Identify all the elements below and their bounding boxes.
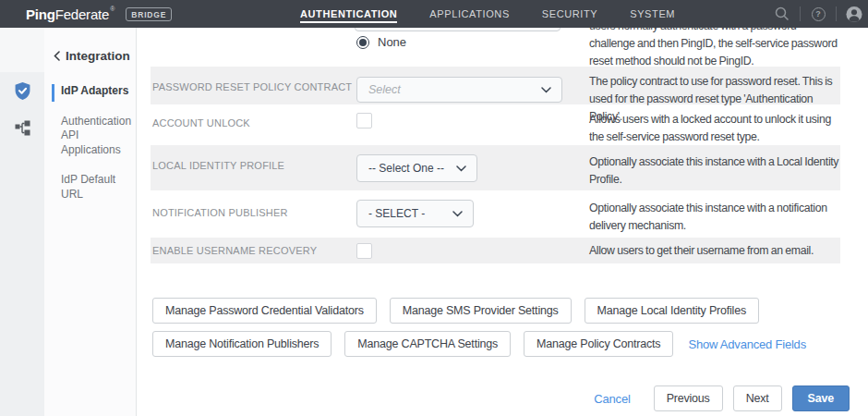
select-value: - SELECT - (368, 207, 425, 220)
next-button[interactable]: Next (733, 385, 782, 411)
sidebar-item-idp-adapters[interactable]: IdP Adapters (44, 84, 136, 99)
form-row-enable-username-recovery: ENABLE USERNAME RECOVERY Allow users to … (151, 238, 840, 263)
primary-nav: AUTHENTICATION APPLICATIONS SECURITY SYS… (300, 0, 675, 28)
sidebar-item-label: IdP Default URL (61, 173, 115, 201)
sidebar-item-label: IdP Adapters (61, 84, 128, 97)
pingfederate-app: PingFederate® BRIDGE AUTHENTICATION APPL… (0, 0, 868, 416)
main-content: None users normally authenticate with a … (137, 28, 868, 416)
manage-local-identity-profiles-button[interactable]: Manage Local Identity Profiles (585, 298, 759, 324)
brand-logo[interactable]: PingFederate® BRIDGE (26, 0, 172, 28)
select-value: Select (368, 83, 401, 96)
field-label: NOTIFICATION PUBLISHER (151, 190, 355, 238)
form-row-password-reset-policy-contract: PASSWORD RESET POLICY CONTRACT Select Th… (151, 67, 840, 104)
sitemap-icon[interactable] (0, 109, 44, 146)
manage-policy-contracts-button[interactable]: Manage Policy Contracts (524, 331, 673, 357)
manage-password-credential-validators-button[interactable]: Manage Password Credential Validators (152, 298, 377, 324)
manage-sms-provider-settings-button[interactable]: Manage SMS Provider Settings (390, 298, 572, 324)
field-label: LOCAL IDENTITY PROFILE (151, 145, 355, 190)
chevron-down-icon (541, 87, 551, 93)
nav-security[interactable]: SECURITY (542, 8, 597, 19)
nav-authentication[interactable]: AUTHENTICATION (300, 8, 397, 19)
field-label: ACCOUNT UNLOCK (151, 104, 355, 145)
search-icon[interactable] (774, 6, 790, 22)
enable-username-recovery-checkbox[interactable] (356, 243, 372, 259)
previous-button[interactable]: Previous (654, 385, 723, 411)
help-icon[interactable]: ? (810, 6, 826, 22)
rail-top-tile (0, 28, 44, 72)
select-value: -- Select One -- (368, 162, 444, 175)
show-advanced-fields-link[interactable]: Show Advanced Fields (688, 337, 806, 351)
chevron-down-icon (452, 211, 463, 217)
cancel-link[interactable]: Cancel (594, 392, 630, 406)
field-description: Allows users with a locked account to un… (589, 104, 840, 145)
chevron-left-icon (54, 51, 60, 61)
registered-mark: ® (110, 6, 115, 12)
menu-section-title: Integration (66, 49, 130, 63)
radio-option-none[interactable]: None (356, 28, 589, 49)
active-indicator-bar (52, 84, 54, 102)
field-description: Optionally associate this instance with … (589, 190, 840, 238)
nav-authentication-label: AUTHENTICATION (300, 8, 397, 23)
field-label: PASSWORD RESET POLICY CONTRACT (151, 67, 355, 104)
menu-back-header[interactable]: Integration (44, 47, 136, 64)
chevron-down-icon (456, 165, 466, 172)
help-glyph: ? (815, 9, 821, 18)
field-label (151, 28, 355, 67)
radio-label: None (378, 35, 406, 49)
password-reset-policy-contract-select[interactable]: Select (356, 77, 562, 103)
icon-divider (800, 6, 801, 21)
notification-publisher-select[interactable]: - SELECT - (356, 200, 474, 227)
bridge-badge: BRIDGE (126, 7, 172, 21)
icon-rail (0, 28, 44, 416)
nav-applications-label: APPLICATIONS (429, 8, 509, 19)
form-row-notification-publisher: NOTIFICATION PUBLISHER - SELECT - Option… (151, 190, 840, 238)
form-row-account-unlock: ACCOUNT UNLOCK Allows users with a locke… (151, 104, 840, 145)
account-unlock-checkbox[interactable] (356, 113, 372, 128)
nav-security-label: SECURITY (542, 8, 597, 19)
local-identity-profile-select[interactable]: -- Select One -- (356, 154, 477, 182)
field-label: ENABLE USERNAME RECOVERY (151, 238, 355, 263)
manage-buttons-row-2: Manage Notification Publishers Manage CA… (152, 331, 868, 357)
nav-system-label: SYSTEM (630, 8, 675, 19)
top-bar: PingFederate® BRIDGE AUTHENTICATION APPL… (0, 0, 868, 28)
icon-divider (836, 6, 837, 21)
sidebar-item-authentication-api-applications[interactable]: Authentication API Applications (44, 115, 136, 158)
form-row-local-identity-profile: LOCAL IDENTITY PROFILE -- Select One -- … (151, 145, 840, 190)
field-description: users normally authenticate with a passw… (589, 28, 840, 67)
field-description: The policy contract to use for password … (589, 67, 840, 104)
form-row-password-reset-type: None users normally authenticate with a … (151, 28, 840, 67)
sidebar-item-idp-default-url[interactable]: IdP Default URL (44, 173, 136, 202)
brand-federate: Federate (55, 6, 109, 22)
manage-captcha-settings-button[interactable]: Manage CAPTCHA Settings (344, 331, 511, 357)
radio-icon (356, 36, 369, 49)
top-bar-icons: ? (774, 0, 862, 28)
form-scroll-area: None users normally authenticate with a … (137, 28, 868, 411)
shield-check-icon[interactable] (0, 72, 44, 109)
manage-buttons-row-1: Manage Password Credential Validators Ma… (152, 298, 868, 324)
field-description: Allow users to get their username from a… (589, 238, 840, 263)
integration-menu: Integration IdP Adapters Authentication … (44, 28, 137, 416)
bottom-actions: Cancel Previous Next Save (137, 385, 850, 411)
save-button[interactable]: Save (792, 385, 850, 411)
nav-system[interactable]: SYSTEM (630, 8, 675, 19)
nav-applications[interactable]: APPLICATIONS (429, 8, 509, 19)
brand-ping: Ping (26, 6, 55, 22)
user-avatar-icon[interactable] (846, 6, 862, 22)
manage-notification-publishers-button[interactable]: Manage Notification Publishers (152, 331, 332, 357)
sidebar-item-label: Authentication API Applications (61, 115, 131, 156)
field-description: Optionally associate this instance with … (589, 145, 840, 190)
